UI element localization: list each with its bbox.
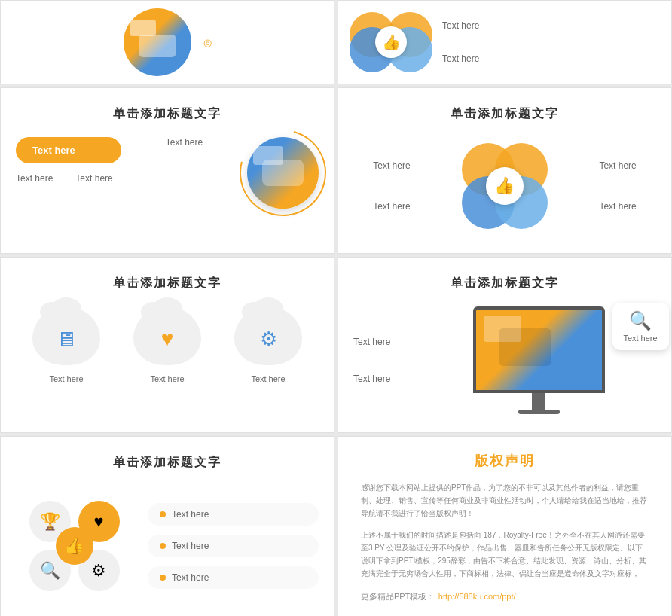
bullet-2: Text here xyxy=(148,535,319,557)
copyright-para1: 感谢您下载本网站上提供的PPT作品，为了您的不非可以及其他作者的利益，请您重制、… xyxy=(361,481,649,520)
slide5-label-2: Text here xyxy=(150,374,184,383)
slide4-label-tl: Text here xyxy=(373,160,410,171)
bullet-text-2: Text here xyxy=(172,541,209,551)
monitor-icon: 🖥 xyxy=(56,327,77,352)
thumbsup-center-icon: 👍 xyxy=(56,527,93,565)
slide-7-title: 单击添加标题文字 xyxy=(16,455,319,471)
bullet-dot-3 xyxy=(160,575,166,581)
slide-6: 单击添加标题文字 Text here Text here 🔍 Text here xyxy=(338,257,672,433)
slide6-label-2: Text here xyxy=(353,374,414,384)
slide4-label-bl: Text here xyxy=(373,201,410,212)
slide-3-title: 单击添加标题文字 xyxy=(16,106,319,122)
slide-1-partial: ◎ xyxy=(0,0,334,84)
like-icon: 👍 xyxy=(486,167,524,205)
slide-2-partial: 👍 Text here Text here xyxy=(338,0,672,84)
slide6-label-1: Text here xyxy=(353,337,414,347)
slide5-item-2: ♥ Text here xyxy=(133,306,201,383)
slide3-label-2: Text here xyxy=(75,173,112,184)
search-icon-large: 🔍 xyxy=(629,310,652,331)
slide-5: 单击添加标题文字 🖥 Text here ♥ Text here xyxy=(0,257,334,433)
slide-5-title: 单击添加标题文字 xyxy=(16,276,319,291)
copyright-title: 版权声明 xyxy=(361,452,649,470)
copyright-para2: 上述不属于我们的时间描述是包括向 187，Royalty-Free！之外全不在其… xyxy=(361,529,649,580)
slide-4: 单击添加标题文字 Text here Text here 👍 Text here… xyxy=(338,87,672,254)
slide6-bubble-text: Text here xyxy=(623,334,657,343)
bullet-dot-2 xyxy=(160,543,166,549)
slide3-label-1: Text here xyxy=(16,173,53,184)
slide4-label-br: Text here xyxy=(599,201,636,212)
bullet-dot-1 xyxy=(160,511,166,517)
search-bubble: 🔍 Text here xyxy=(612,303,669,350)
slide5-label-3: Text here xyxy=(251,374,285,383)
slide2-label-br: Text here xyxy=(442,53,479,64)
heart-icon: ♥ xyxy=(161,327,174,351)
copyright-link-prefix: 更多精品PPT模板： xyxy=(361,592,435,601)
bullet-text-1: Text here xyxy=(172,509,209,520)
slide5-item-1: 🖥 Text here xyxy=(32,306,100,383)
slide-6-title: 单击添加标题文字 xyxy=(353,276,656,291)
bullet-text-3: Text here xyxy=(172,572,209,583)
slide3-pill[interactable]: Text here xyxy=(16,137,121,163)
slide-7: 单击添加标题文字 🏆 ♥ 🔍 ⚙ 👍 Text here xyxy=(0,436,334,616)
gear-icon: ⚙ xyxy=(260,328,277,351)
slide-4-title: 单击添加标题文字 xyxy=(353,106,656,122)
bullet-3: Text here xyxy=(148,566,319,589)
slide4-flower: 👍 xyxy=(456,137,554,235)
slide3-label-3: Text here xyxy=(166,137,203,148)
slide-8-copyright: 版权声明 感谢您下载本网站上提供的PPT作品，为了您的不非可以及其他作者的利益，… xyxy=(338,436,672,616)
slide4-label-tr: Text here xyxy=(599,160,636,171)
slide5-label-1: Text here xyxy=(49,374,83,383)
slide2-label-tr: Text here xyxy=(442,20,479,31)
slide5-item-3: ⚙ Text here xyxy=(234,306,302,383)
copyright-link[interactable]: http://588ku.com/ppt/ xyxy=(438,592,516,601)
slide-3: 单击添加标题文字 Text here Text here Text here T… xyxy=(0,87,334,254)
bullet-1: Text here xyxy=(148,503,319,526)
